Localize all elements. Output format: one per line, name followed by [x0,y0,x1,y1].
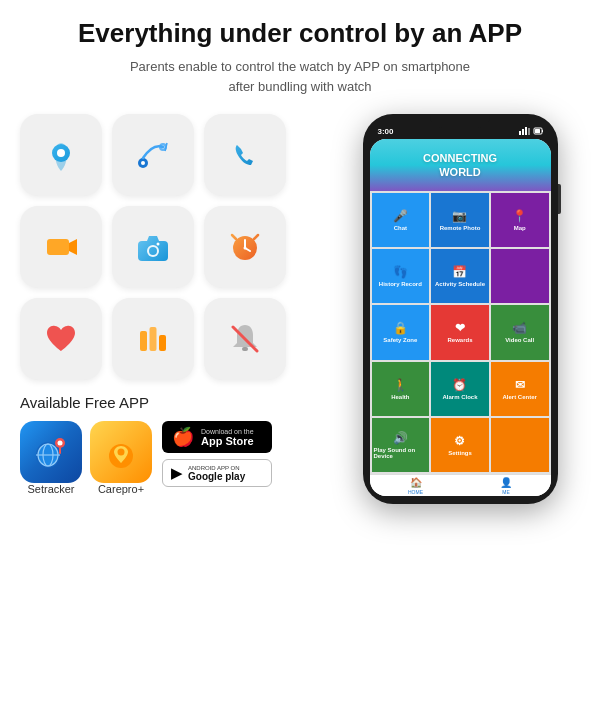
bottom-nav: 🏠 HOME 👤 ME [370,474,551,496]
available-label: Available Free APP [20,394,340,411]
svg-point-16 [244,247,247,250]
app-cell-health[interactable]: 🚶 Health [372,362,430,416]
carepro-item: Carepro+ [90,421,152,495]
appstore-text: Download on the App Store [201,428,254,447]
icon-grid [20,114,340,380]
app-cell-alarm[interactable]: ⏰ Alarm Clock [431,362,489,416]
svg-rect-19 [159,335,166,351]
svg-rect-32 [522,129,524,135]
phone-status-icons [519,127,543,135]
appstore-label-small: Download on the [201,428,254,435]
phone-notch [430,114,490,128]
app-cell-map[interactable]: 📍 Map [491,193,549,247]
phone-mockup: 3:00 CONNECTING WORLD [363,114,558,504]
app-cell-history[interactable]: 👣 History Record [372,249,430,303]
icon-phone [204,114,286,196]
icon-bars [112,298,194,380]
svg-rect-37 [535,129,540,133]
googleplay-text: ANDROID APP ON Google play [188,465,245,482]
icon-location [20,114,102,196]
store-badges: 🍎 Download on the App Store ▶ ANDROID AP… [162,421,272,487]
svg-marker-8 [69,239,77,255]
svg-point-3 [141,161,145,165]
nav-home[interactable]: 🏠 HOME [408,477,423,495]
page-title: Everything under control by an APP [78,18,522,49]
icon-heart [20,298,102,380]
nav-me[interactable]: 👤 ME [500,477,512,495]
phone-time: 3:00 [378,127,394,136]
app-cell-activity[interactable]: 📅 Activity Schedule [431,249,489,303]
app-cell-videocall[interactable]: 📹 Video Call [491,305,549,359]
svg-point-12 [157,243,160,246]
svg-point-1 [57,149,65,157]
svg-point-11 [149,247,157,255]
svg-rect-18 [150,327,157,351]
apple-icon: 🍎 [172,426,194,448]
svg-point-30 [118,449,125,456]
appstore-badge[interactable]: 🍎 Download on the App Store [162,421,272,453]
googleplay-label-big: Google play [188,471,245,482]
phone-screen: CONNECTING WORLD 🎤 Chat 📷 [370,139,551,496]
setracker-label: Setracker [27,483,74,495]
svg-rect-34 [528,128,530,135]
phone-side-button [558,184,561,214]
svg-rect-36 [542,130,543,132]
icon-alarm [204,206,286,288]
content-row: Available Free APP [20,114,580,504]
icon-bell-off [204,298,286,380]
setracker-item: Setracker [20,421,82,495]
svg-rect-17 [140,331,147,351]
svg-rect-20 [242,347,248,351]
svg-rect-31 [519,131,521,135]
icon-camera [112,206,194,288]
page-subtitle: Parents enable to control the watch by A… [130,57,470,96]
app-cell-settings[interactable]: ⚙ Settings [431,418,489,472]
screen-header: CONNECTING WORLD [370,139,551,191]
carepro-label: Carepro+ [98,483,144,495]
app-cell-rewards[interactable]: ❤ Rewards [431,305,489,359]
app-cell-chat[interactable]: 🎤 Chat [372,193,430,247]
setracker-icon [20,421,82,483]
svg-point-28 [58,441,63,446]
right-panel: 3:00 CONNECTING WORLD [340,114,580,504]
icon-video [20,206,102,288]
app-grid: 🎤 Chat 📷 Remote Photo 📍 Map [370,191,551,474]
app-cell-empty1 [491,249,549,303]
svg-rect-7 [47,239,69,255]
app-cell-alert[interactable]: ✉ Alert Center [491,362,549,416]
googleplay-badge[interactable]: ▶ ANDROID APP ON Google play [162,459,272,487]
app-cell-safety[interactable]: 🔒 Safety Zone [372,305,430,359]
icon-route [112,114,194,196]
tracker-apps: Setracker Carepro+ [20,421,152,495]
left-panel: Available Free APP [20,114,340,504]
carepro-icon [90,421,152,483]
screen-header-text: CONNECTING WORLD [423,151,497,180]
app-cell-empty2 [491,418,549,472]
phone-frame: 3:00 CONNECTING WORLD [363,114,558,504]
google-play-icon: ▶ [171,464,183,482]
app-cell-remote-photo[interactable]: 📷 Remote Photo [431,193,489,247]
appstore-label-big: App Store [201,435,254,447]
svg-rect-33 [525,127,527,135]
app-cell-sound[interactable]: 🔊 Play Sound on Device [372,418,430,472]
app-downloads: Setracker Carepro+ [20,421,340,495]
page: Everything under control by an APP Paren… [0,0,600,718]
